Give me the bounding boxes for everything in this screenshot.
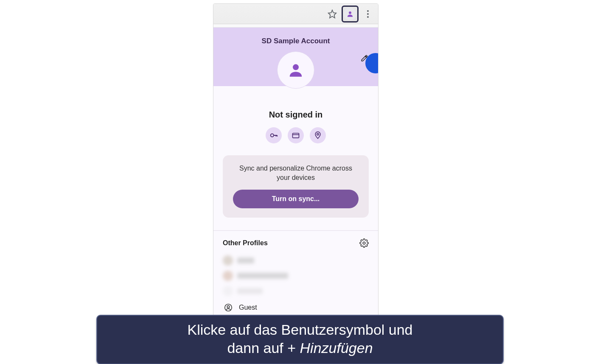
browser-window: SD Sample Account Not signed in bbox=[213, 3, 379, 317]
svg-point-6 bbox=[317, 133, 319, 135]
other-profiles-section: Other Profiles Guest bbox=[213, 231, 378, 316]
svg-point-7 bbox=[363, 242, 365, 244]
guest-profile-row[interactable]: Guest bbox=[223, 299, 369, 316]
manage-profiles-gear-icon[interactable] bbox=[359, 238, 369, 248]
edit-profile-button[interactable] bbox=[359, 52, 370, 64]
guest-icon bbox=[224, 303, 233, 312]
profile-row-redacted[interactable] bbox=[223, 253, 369, 268]
profile-avatar[interactable] bbox=[277, 51, 314, 89]
kebab-menu-icon[interactable] bbox=[360, 6, 376, 22]
signin-status: Not signed in bbox=[223, 110, 369, 120]
caption-line1: Klicke auf das Benutzersymbol und bbox=[187, 322, 412, 338]
profile-row-redacted[interactable] bbox=[223, 283, 369, 299]
svg-point-1 bbox=[349, 11, 351, 14]
tab-strip bbox=[213, 24, 378, 28]
payments-icon[interactable] bbox=[288, 127, 304, 143]
profile-header: SD Sample Account bbox=[213, 28, 378, 86]
profile-icon[interactable] bbox=[342, 6, 359, 22]
turn-on-sync-button[interactable]: Turn on sync... bbox=[233, 190, 359, 208]
svg-point-2 bbox=[293, 64, 299, 70]
sync-card: Sync and personalize Chrome across your … bbox=[223, 155, 369, 218]
svg-point-9 bbox=[227, 306, 230, 308]
caption-line2-italic: Hinzufügen bbox=[300, 340, 373, 356]
browser-toolbar bbox=[213, 4, 378, 24]
guest-label: Guest bbox=[239, 304, 257, 311]
addresses-icon[interactable] bbox=[310, 127, 326, 143]
account-name: SD Sample Account bbox=[213, 37, 378, 45]
svg-marker-0 bbox=[328, 10, 336, 17]
sync-description: Sync and personalize Chrome across your … bbox=[233, 164, 359, 182]
other-profiles-heading: Other Profiles bbox=[223, 239, 268, 247]
profile-row-redacted[interactable] bbox=[223, 268, 369, 283]
caption-line2-prefix: dann auf + bbox=[227, 340, 300, 356]
bookmark-star-icon[interactable] bbox=[325, 6, 340, 22]
instruction-caption: Klicke auf das Benutzersymbol und dann a… bbox=[96, 315, 504, 364]
profile-panel: SD Sample Account Not signed in bbox=[213, 28, 378, 317]
svg-point-3 bbox=[271, 134, 274, 137]
quick-access-row bbox=[223, 127, 369, 143]
passwords-icon[interactable] bbox=[266, 127, 282, 143]
profile-body: Not signed in Sync and personalize Chrom… bbox=[213, 86, 378, 227]
svg-rect-4 bbox=[293, 133, 299, 138]
